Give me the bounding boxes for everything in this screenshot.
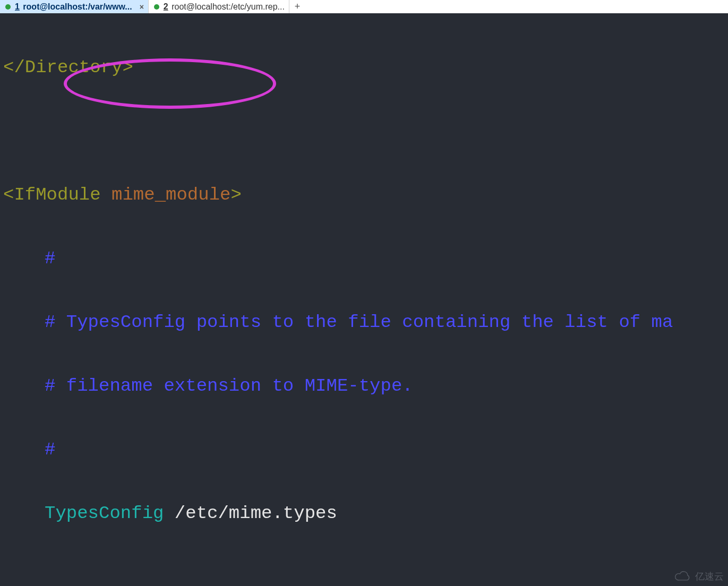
status-dot-icon (154, 4, 159, 10)
watermark: 亿速云 (674, 570, 724, 583)
status-dot-icon (5, 4, 11, 10)
code-line: # TypesConfig points to the file contain… (3, 312, 725, 333)
plus-icon: + (295, 1, 301, 12)
editor-viewport[interactable]: </Directory> <IfModule mime_module> # # … (0, 13, 728, 586)
cloud-icon (674, 571, 692, 582)
watermark-text: 亿速云 (695, 570, 724, 583)
code-line: <IfModule mime_module> (3, 184, 725, 205)
code-line: # filename extension to MIME-type. (3, 375, 725, 397)
tab-1-index: 1 (15, 2, 20, 11)
code-line: TypesConfig /etc/mime.types (3, 503, 725, 524)
close-icon[interactable]: × (140, 3, 144, 11)
code-line: # (3, 439, 725, 460)
code-line: # (3, 248, 725, 269)
tab-1[interactable]: 1 root@localhost:/var/www... × (0, 0, 149, 13)
new-tab-button[interactable]: + (289, 0, 304, 13)
tab-1-title: root@localhost:/var/www... (23, 2, 132, 11)
code-line: </Directory> (3, 57, 725, 78)
code-line (3, 566, 725, 586)
tab-2-index: 2 (164, 2, 168, 11)
tab-2-title: root@localhost:/etc/yum.rep... (172, 2, 285, 11)
tab-2[interactable]: 2 root@localhost:/etc/yum.rep... (149, 0, 289, 13)
code-line (3, 120, 725, 142)
tab-bar: 1 root@localhost:/var/www... × 2 root@lo… (0, 0, 728, 13)
